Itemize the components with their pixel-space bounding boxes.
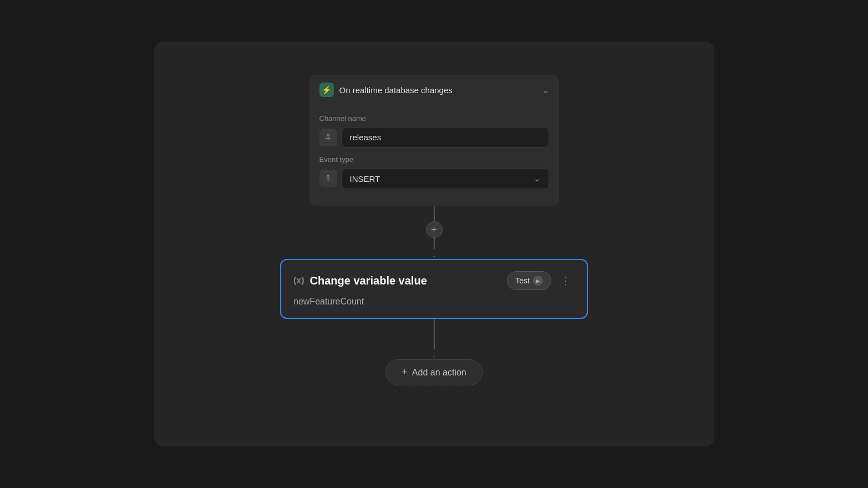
event-type-label: Event type (319, 155, 549, 164)
action-header-right: Test ▶ ⋮ (507, 271, 575, 290)
trigger-title: On realtime database changes (339, 85, 453, 95)
select-chevron-icon: ⌄ (534, 174, 541, 184)
add-between-button[interactable]: + (426, 221, 443, 238)
action-title: Change variable value (310, 274, 427, 287)
action-card: (x) Change variable value Test ▶ ⋮ newFe… (280, 259, 588, 319)
channel-pin-icon (319, 129, 337, 146)
add-action-label: Add an action (412, 368, 466, 378)
trigger-header[interactable]: ⚡ On realtime database changes ⌄ (309, 75, 559, 105)
trigger-header-left: ⚡ On realtime database changes (319, 83, 453, 97)
connector-line-bottom (434, 238, 435, 249)
test-button[interactable]: Test ▶ (507, 271, 551, 290)
test-label: Test (515, 276, 530, 285)
arrow-down-icon: ↓ (432, 249, 436, 259)
add-action-plus-icon: + (402, 367, 408, 378)
chevron-down-icon: ⌄ (542, 85, 549, 95)
play-icon: ▶ (533, 276, 543, 286)
lightning-icon: ⚡ (319, 83, 334, 97)
variable-icon: (x) (293, 276, 304, 286)
more-options-button[interactable]: ⋮ (557, 272, 575, 289)
channel-name-row (319, 127, 549, 148)
canvas: ⚡ On realtime database changes ⌄ Channel… (154, 42, 714, 446)
action-header: (x) Change variable value Test ▶ ⋮ (293, 271, 575, 290)
connector-bottom: ↓ (432, 319, 436, 359)
add-action-button[interactable]: + Add an action (385, 359, 482, 385)
connector-top: + ↓ (426, 206, 443, 259)
event-type-select[interactable]: INSERT ⌄ (342, 168, 549, 189)
channel-name-input[interactable] (342, 127, 549, 148)
event-type-value: INSERT (350, 174, 380, 184)
event-type-row: INSERT ⌄ (319, 168, 549, 189)
channel-name-label: Channel name (319, 114, 549, 123)
arrow-down-icon-2: ↓ (432, 349, 436, 359)
action-subtitle: newFeatureCount (293, 297, 575, 307)
action-header-left: (x) Change variable value (293, 274, 427, 287)
flow-container: ⚡ On realtime database changes ⌄ Channel… (154, 75, 714, 385)
event-pin-icon (319, 170, 337, 187)
trigger-card: ⚡ On realtime database changes ⌄ Channel… (309, 75, 559, 206)
connector-line-long (434, 319, 435, 349)
trigger-body: Channel name Event type (309, 105, 559, 206)
connector-line-top (434, 206, 435, 221)
